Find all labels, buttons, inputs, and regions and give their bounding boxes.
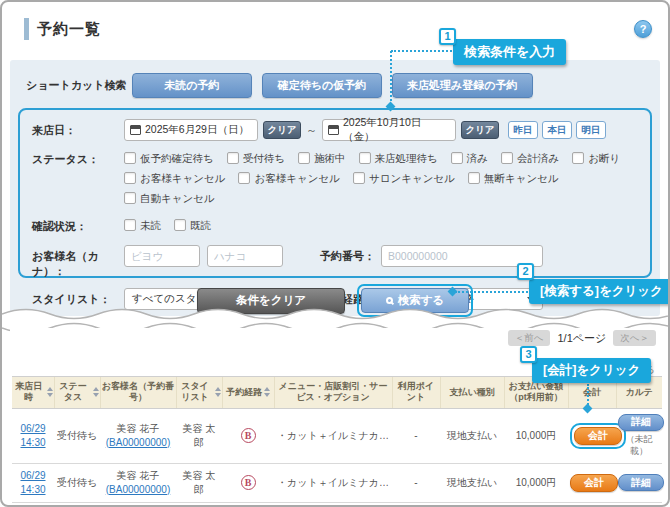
header-status[interactable]: ステータス [54, 377, 100, 409]
table-row: 06/2914:30 受付待ち 美容 花子(BA00000000) 美容 太郎 … [12, 463, 662, 502]
shortcut-unread-button[interactable]: 未読の予約 [132, 73, 252, 98]
header-menu: メニュー・店販割引・サービス・オプション [274, 377, 392, 409]
header-stylist[interactable]: スタイリスト [176, 377, 222, 409]
header-payment-type: 支払い種別 [440, 377, 504, 409]
reservation-number-link[interactable]: (BA00000000) [106, 484, 171, 495]
reservation-list-page: 予約一覧 ? ショートカット検索 未読の予約 確定待ちの仮予約 来店処理み登録の… [0, 0, 670, 507]
status-checkbox[interactable]: サロンキャンセル [353, 168, 455, 188]
status-checkbox[interactable]: 自動キャンセル [124, 188, 215, 208]
checkbox-icon [124, 192, 136, 204]
next-page-button[interactable]: 次へ＞ [613, 330, 656, 346]
page-indicator: 1/1ページ [557, 331, 606, 346]
status-checkbox[interactable]: 済み [451, 148, 488, 168]
date-to-field[interactable]: 2025年10月10日（金） [322, 119, 456, 141]
status-cell: 受付待ち [54, 502, 100, 507]
checkbox-label: 既読 [190, 215, 211, 235]
status-checkbox[interactable]: お客様キャンセル [238, 168, 339, 188]
yesterday-button[interactable]: 昨日 [508, 121, 538, 139]
date-to-value: 2025年10月10日（金） [343, 116, 450, 144]
callout2-number: 2 [517, 263, 534, 280]
status-checkbox[interactable]: お客様キャンセル [124, 168, 225, 188]
date-from-field[interactable]: 2025年6月29日（日） [124, 119, 258, 141]
checkbox-icon [501, 152, 513, 164]
customer-mei-input[interactable] [207, 245, 283, 267]
shortcut-pending-button[interactable]: 確定待ちの仮予約 [262, 73, 382, 98]
visit-date-label: 来店日： [32, 119, 124, 138]
date-from-value: 2025年6月29日（日） [145, 123, 249, 137]
callout1-dotted-line-h [391, 50, 455, 52]
account-button[interactable]: 会計 [570, 474, 618, 492]
stylist-cell: 美容 太郎 [176, 408, 222, 463]
stylist-cell: 美容 太郎 [176, 502, 222, 507]
visit-time-link[interactable]: 14:30 [20, 484, 45, 495]
points-cell: - [392, 408, 440, 463]
status-label: ステータス： [32, 148, 124, 167]
callout3-number: 3 [520, 346, 537, 363]
page-title: 予約一覧 [37, 20, 101, 39]
search-criteria-box: 来店日： 2025年6月29日（日） クリア ～ 2025年10月10日（金） … [18, 108, 652, 278]
beauty-route-icon: B [241, 428, 256, 443]
beauty-route-icon: B [241, 475, 256, 490]
sort-icon [264, 387, 270, 397]
customer-sei-input[interactable] [124, 245, 200, 267]
menu-cell: ・カット＋イルミナカ… [274, 463, 392, 502]
checkbox-label: 会計済み [517, 148, 559, 168]
points-cell: - [392, 463, 440, 502]
visit-time-link[interactable]: 14:30 [20, 437, 45, 448]
table-row: 06/2914:30 受付待ち 美容 花子(BA00000000) 美容 太郎 … [12, 502, 662, 507]
checkbox-label: 済み [467, 148, 488, 168]
checkbox-icon [174, 219, 186, 231]
date-to-clear-button[interactable]: クリア [461, 121, 499, 139]
date-from-clear-button[interactable]: クリア [263, 121, 301, 139]
visit-date-link[interactable]: 06/29 [20, 423, 45, 434]
status-checkbox[interactable]: 施術中 [298, 148, 346, 168]
confirm-status-row: 確認状況： 未読 既読 [32, 215, 638, 235]
detail-button[interactable]: 詳細 [618, 414, 664, 431]
tomorrow-button[interactable]: 明日 [576, 121, 606, 139]
read-checkbox[interactable]: 既読 [174, 215, 211, 235]
status-cell: 受付待ち [54, 463, 100, 502]
status-checkbox[interactable]: お断り [572, 148, 620, 168]
status-checkbox[interactable]: 仮予約確定待ち [124, 148, 214, 168]
stylist-cell: 美容 太郎 [176, 463, 222, 502]
visit-date-link[interactable]: 06/29 [20, 470, 45, 481]
amount-cell: 10,000円 [504, 502, 568, 507]
date-range-tilde: ～ [306, 123, 317, 138]
sort-icon [93, 387, 99, 397]
checkbox-label: 未読 [140, 215, 161, 235]
checkbox-label: サロンキャンセル [369, 168, 455, 188]
checkbox-icon [353, 172, 365, 184]
checkbox-icon [124, 152, 136, 164]
pagination: ＜前へ 1/1ページ 次へ＞ [508, 330, 656, 346]
callout1-label: 検索条件を入力 [453, 39, 566, 65]
status-checkbox[interactable]: 無断キャンセル [468, 168, 559, 188]
shortcut-search-row: ショートカット検索 未読の予約 確定待ちの仮予約 来店処理み登録の予約 [26, 73, 543, 98]
status-checkbox[interactable]: 来店処理待ち [359, 148, 438, 168]
help-icon[interactable]: ? [634, 20, 652, 38]
points-cell: - [392, 502, 440, 507]
prev-page-button[interactable]: ＜前へ [508, 330, 551, 346]
reservation-number-link[interactable]: (BA00000000) [106, 437, 171, 448]
callout2-label: [検索する]をクリック [529, 279, 670, 304]
page-title-bar: 予約一覧 [24, 18, 101, 40]
customer-row: お客様名（カナ）： 予約番号： [32, 245, 638, 279]
checkbox-label: お断り [588, 148, 620, 168]
sort-icon [47, 387, 53, 397]
customer-name: 美容 花子 [117, 423, 160, 434]
shortcut-processed-button[interactable]: 来店処理み登録の予約 [392, 73, 533, 98]
status-checkbox[interactable]: 受付待ち [227, 148, 285, 168]
checkbox-label: 仮予約確定待ち [140, 148, 214, 168]
unread-checkbox[interactable]: 未読 [124, 215, 161, 235]
status-cell: 受付待ち [54, 408, 100, 463]
checkbox-icon [572, 152, 584, 164]
status-row: ステータス： 仮予約確定待ち 受付待ち 施術中 来店処理待ち 済み 会計済み お… [32, 148, 638, 208]
checkbox-icon [451, 152, 463, 164]
today-button[interactable]: 本日 [542, 121, 572, 139]
header-route[interactable]: 予約経路 [222, 377, 274, 409]
callout2-dotted-line [455, 291, 531, 293]
account-button[interactable]: 会計 [574, 427, 622, 445]
status-checkbox[interactable]: 会計済み [501, 148, 559, 168]
header-visit-datetime[interactable]: 来店日時 [12, 377, 54, 409]
detail-button[interactable]: 詳細 [618, 474, 664, 491]
payment-type-cell: 現地支払い [440, 463, 504, 502]
